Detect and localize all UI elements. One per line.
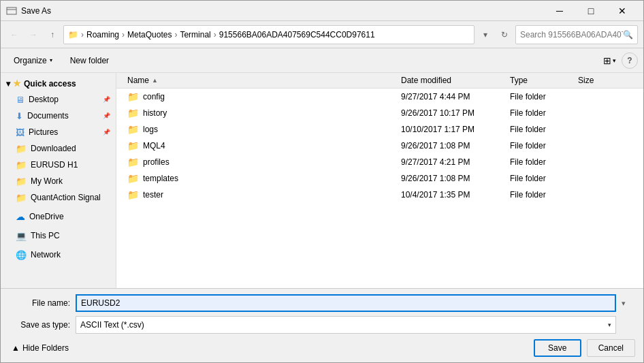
file-date: 10/10/2017 1:17 PM	[401, 125, 510, 134]
sidebar-item-desktop[interactable]: 🖥 Desktop 📌	[1, 91, 116, 108]
window-icon	[6, 5, 17, 16]
window-title: Save As	[21, 6, 544, 16]
file-name: tester	[143, 190, 163, 200]
file-name-cell: 📁 templates	[127, 173, 401, 184]
savetype-select[interactable]: ASCII Text (*.csv) ▾	[76, 316, 616, 334]
pin-icon: 📌	[103, 96, 110, 103]
quick-access-section: ▾ ★ Quick access 🖥 Desktop 📌 ⬇ Documents…	[1, 76, 116, 206]
path-roaming: Roaming	[86, 30, 119, 40]
desktop-icon: 🖥	[16, 95, 25, 105]
file-item-history[interactable]: 📁 history 9/26/2017 10:17 PM File folder	[116, 105, 643, 121]
onedrive-icon: ☁	[16, 211, 25, 222]
address-path[interactable]: 📁 › Roaming › MetaQuotes › Terminal › 91…	[63, 25, 474, 44]
hide-folders-button[interactable]: ▲ Hide Folders	[9, 342, 71, 354]
quick-access-header[interactable]: ▾ ★ Quick access	[1, 76, 116, 91]
file-type: File folder	[510, 92, 578, 101]
sidebar-network-label: Network	[31, 250, 61, 259]
sidebar-item-mywork[interactable]: 📁 My Work	[1, 173, 116, 189]
sidebar-eurusd-label: EURUSD H1	[31, 160, 78, 170]
path-id: 915566BA06ADA407569C544CC0D97611	[219, 30, 375, 40]
path-icon: 📁	[68, 30, 78, 40]
star-icon: ★	[13, 78, 21, 89]
file-type: File folder	[510, 157, 578, 167]
sidebar-item-quantaction[interactable]: 📁 QuantAction Signal	[1, 189, 116, 206]
view-options-button[interactable]: ⊞ ▾	[600, 51, 619, 70]
toolbar-right: ⊞ ▾ ?	[600, 51, 638, 70]
sidebar-item-network[interactable]: 🌐 Network	[1, 247, 116, 263]
maximize-button[interactable]: □	[575, 1, 607, 21]
sidebar-item-documents[interactable]: ⬇ Documents 📌	[1, 108, 116, 124]
file-name-cell: 📁 history	[127, 108, 401, 119]
file-name-cell: 📁 profiles	[127, 157, 401, 168]
folder-icon: 📁	[127, 91, 139, 102]
column-date[interactable]: Date modified	[401, 76, 510, 85]
path-terminal: Terminal	[180, 30, 210, 40]
pin-icon: 📌	[103, 112, 110, 119]
savetype-arrow-icon: ▾	[608, 321, 611, 328]
file-item-logs[interactable]: 📁 logs 10/10/2017 1:17 PM File folder	[116, 121, 643, 138]
file-name-cell: 📁 logs	[127, 124, 401, 135]
main-content: ▾ ★ Quick access 🖥 Desktop 📌 ⬇ Documents…	[1, 73, 643, 288]
file-date: 10/4/2017 1:35 PM	[401, 190, 510, 200]
file-item-tester[interactable]: 📁 tester 10/4/2017 1:35 PM File folder	[116, 187, 643, 203]
file-name: logs	[143, 125, 158, 134]
thispc-section: 💻 This PC	[1, 227, 116, 244]
file-item-mql4[interactable]: 📁 MQL4 9/26/2017 1:08 PM File folder	[116, 138, 643, 154]
downloaded-folder-icon: 📁	[16, 144, 27, 154]
file-type: File folder	[510, 125, 578, 134]
sidebar: ▾ ★ Quick access 🖥 Desktop 📌 ⬇ Documents…	[1, 73, 116, 288]
refresh-button[interactable]: ↻	[496, 27, 513, 43]
mywork-folder-icon: 📁	[16, 176, 27, 187]
toolbar: Organize ▾ New folder ⊞ ▾ ?	[1, 48, 643, 73]
column-name[interactable]: Name ▲	[127, 76, 401, 85]
help-button[interactable]: ?	[622, 52, 638, 69]
file-type: File folder	[510, 141, 578, 151]
organize-arrow-icon: ▾	[50, 57, 52, 63]
search-icon: 🔍	[623, 30, 633, 40]
path-metaquotes: MetaQuotes	[127, 30, 172, 40]
pictures-icon: 🖼	[16, 127, 25, 138]
file-item-templates[interactable]: 📁 templates 9/26/2017 1:08 PM File folde…	[116, 170, 643, 187]
onedrive-section: ☁ OneDrive	[1, 208, 116, 225]
file-item-profiles[interactable]: 📁 profiles 9/27/2017 4:21 PM File folder	[116, 154, 643, 170]
new-folder-button[interactable]: New folder	[63, 51, 116, 70]
search-input[interactable]	[520, 30, 623, 40]
sidebar-quantaction-label: QuantAction Signal	[31, 193, 101, 202]
forward-button[interactable]: →	[25, 27, 42, 43]
file-type: File folder	[510, 108, 578, 118]
sidebar-desktop-label: Desktop	[29, 95, 59, 104]
file-name-cell: 📁 MQL4	[127, 140, 401, 151]
hide-folders-label: Hide Folders	[22, 343, 69, 353]
sidebar-item-downloaded[interactable]: 📁 Downloaded	[1, 140, 116, 157]
column-type[interactable]: Type	[510, 76, 578, 85]
file-date: 9/26/2017 1:08 PM	[401, 174, 510, 183]
file-name-cell: 📁 tester	[127, 189, 401, 200]
savetype-label: Save as type:	[9, 320, 70, 330]
minimize-button[interactable]: ─	[544, 1, 575, 21]
file-name: templates	[143, 174, 178, 183]
filename-input[interactable]	[76, 294, 616, 312]
window-controls: ─ □ ✕	[544, 1, 638, 21]
organize-button[interactable]: Organize ▾	[6, 51, 60, 70]
close-button[interactable]: ✕	[607, 1, 638, 21]
back-button[interactable]: ←	[6, 27, 22, 43]
search-box[interactable]: 🔍	[515, 25, 638, 44]
file-name-cell: 📁 config	[127, 91, 401, 102]
file-type: File folder	[510, 190, 578, 200]
up-button[interactable]: ↑	[44, 27, 61, 43]
file-date: 9/27/2017 4:21 PM	[401, 157, 510, 167]
cancel-button[interactable]: Cancel	[587, 339, 635, 357]
address-bar: ← → ↑ 📁 › Roaming › MetaQuotes › Termina…	[1, 21, 643, 48]
sidebar-item-pictures[interactable]: 🖼 Pictures 📌	[1, 124, 116, 140]
column-size[interactable]: Size	[578, 76, 632, 85]
dropdown-button[interactable]: ▾	[477, 27, 494, 43]
sidebar-item-onedrive[interactable]: ☁ OneDrive	[1, 208, 116, 225]
save-button[interactable]: Save	[534, 339, 581, 357]
svg-rect-0	[7, 7, 16, 14]
path-segment: 📁 › Roaming › MetaQuotes › Terminal › 91…	[68, 30, 375, 40]
file-item-config[interactable]: 📁 config 9/27/2017 4:44 PM File folder	[116, 89, 643, 105]
sidebar-item-eurusd[interactable]: 📁 EURUSD H1	[1, 157, 116, 173]
folder-icon: 📁	[127, 189, 139, 200]
sidebar-item-thispc[interactable]: 💻 This PC	[1, 227, 116, 244]
file-list-header: Name ▲ Date modified Type Size	[116, 73, 643, 89]
